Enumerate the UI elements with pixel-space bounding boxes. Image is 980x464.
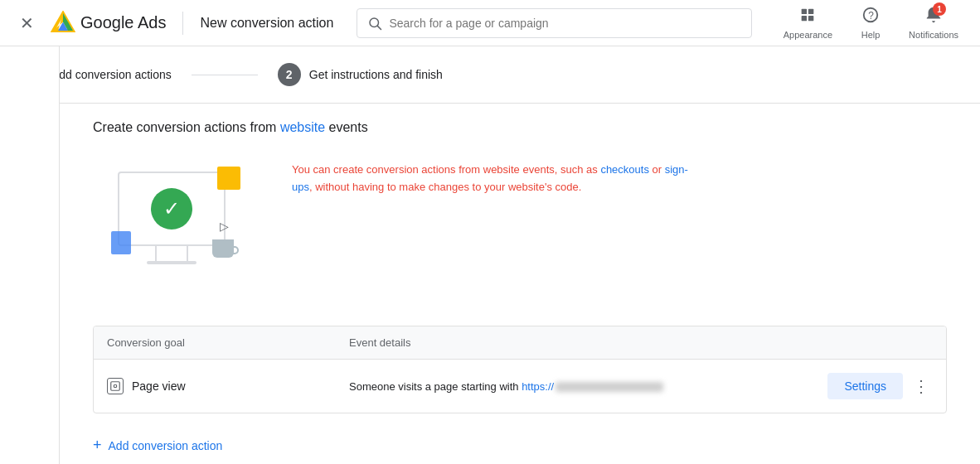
step-2-label: Get instructions and finish xyxy=(309,68,443,81)
svg-text:?: ? xyxy=(868,10,874,22)
help-label: Help xyxy=(861,30,881,40)
appearance-icon xyxy=(798,6,817,28)
section-title-highlight: website xyxy=(280,120,325,134)
search-bar xyxy=(357,8,751,38)
svg-rect-8 xyxy=(808,9,813,14)
svg-point-14 xyxy=(114,384,117,388)
goal-name: Page view xyxy=(132,379,186,393)
settings-button[interactable]: Settings xyxy=(827,373,903,399)
green-checkmark-circle: ✓ xyxy=(151,188,192,230)
section-title-suffix: events xyxy=(325,120,368,134)
table-row: Page view Someone visits a page starting… xyxy=(94,360,946,413)
monitor-stand xyxy=(155,246,188,263)
svg-line-6 xyxy=(378,26,381,29)
coffee-cup-icon xyxy=(212,239,234,258)
section-title: Create conversion actions from website e… xyxy=(93,120,947,135)
app-name: Google Ads xyxy=(80,13,166,32)
coffee-handle-icon xyxy=(232,246,239,254)
monitor-base xyxy=(147,261,196,264)
page-view-icon xyxy=(107,378,124,394)
event-url-link[interactable]: https:// xyxy=(522,380,554,393)
table-header: Conversion goal Event details xyxy=(94,326,946,360)
sticky-note-icon xyxy=(217,167,240,190)
monitor-body: ✓ xyxy=(118,172,226,246)
app-header: ✕ Google Ads New conversion action xyxy=(0,0,980,46)
svg-rect-7 xyxy=(802,9,807,14)
header-actions: Appearance ? Help 1 Notifications xyxy=(775,1,967,45)
step-connector xyxy=(192,75,258,75)
cell-goal: Page view xyxy=(107,378,349,394)
header-divider xyxy=(182,12,183,35)
add-conversion-action-link[interactable]: + Add conversion action xyxy=(93,433,947,457)
help-icon: ? xyxy=(861,6,880,28)
step-2: 2 Get instructions and finish xyxy=(278,63,443,86)
left-sidebar xyxy=(0,46,60,464)
col-goal-header: Conversion goal xyxy=(107,336,349,349)
page-title: New conversion action xyxy=(200,16,333,31)
event-text: Someone visits a page starting with http… xyxy=(349,380,663,393)
cell-event: Someone visits a page starting with http… xyxy=(349,380,833,393)
stepper: 1 Add conversion actions 2 Get instructi… xyxy=(0,46,980,104)
step-1-label: Add conversion actions xyxy=(51,68,172,81)
notifications-icon: 1 xyxy=(924,6,943,28)
cursor-icon: ▷ xyxy=(220,220,229,233)
add-action-label: Add conversion action xyxy=(109,439,223,452)
google-logo: Google Ads xyxy=(51,11,166,36)
main-area: Create conversion actions from website e… xyxy=(60,104,980,464)
conversion-table: Conversion goal Event details Page view xyxy=(93,326,947,413)
search-input[interactable] xyxy=(389,17,740,30)
illustration: ✓ ▷ xyxy=(93,155,259,279)
svg-rect-9 xyxy=(802,16,807,21)
appearance-button[interactable]: Appearance xyxy=(775,1,841,45)
cell-actions: Settings ⋮ xyxy=(833,373,933,399)
blurred-url xyxy=(555,382,663,392)
section-title-prefix: Create conversion actions from xyxy=(93,120,280,134)
svg-rect-10 xyxy=(808,16,813,21)
content-wrapper: Create conversion actions from website e… xyxy=(0,104,980,464)
document-icon xyxy=(111,231,131,254)
more-options-icon[interactable]: ⋮ xyxy=(910,373,933,399)
description-text: You can create conversion actions from w… xyxy=(292,155,690,196)
intro-section: ✓ ▷ You can create conversion actions fr… xyxy=(93,155,947,299)
col-event-header: Event details xyxy=(349,336,833,349)
col-actions-header xyxy=(833,336,933,349)
notifications-label: Notifications xyxy=(909,30,958,40)
checkouts-link[interactable]: checkouts xyxy=(600,163,649,176)
google-ads-logo-icon xyxy=(51,11,75,36)
notification-count-badge: 1 xyxy=(933,2,946,16)
step-2-circle: 2 xyxy=(278,63,301,86)
add-icon: + xyxy=(93,437,102,454)
appearance-label: Appearance xyxy=(784,30,832,40)
svg-rect-13 xyxy=(111,382,120,391)
help-button[interactable]: ? Help xyxy=(844,1,897,45)
close-icon[interactable]: ✕ xyxy=(13,7,41,40)
search-icon xyxy=(367,16,382,31)
notifications-button[interactable]: 1 Notifications xyxy=(900,1,967,45)
